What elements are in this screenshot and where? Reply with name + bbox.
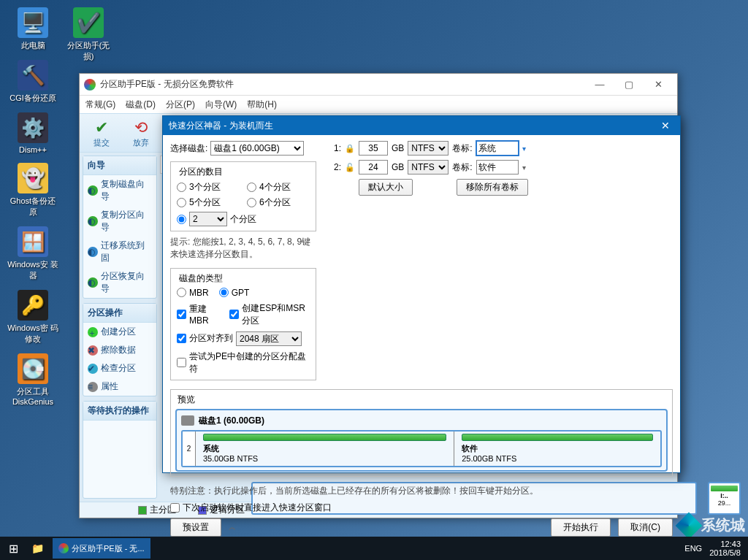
radio-6-partitions[interactable]: 6个分区 [247, 196, 310, 209]
align-select[interactable]: 2048 扇区 [236, 331, 302, 346]
menu-partition[interactable]: 分区(P) [166, 99, 195, 111]
sidebar: 向导 ◐复制磁盘向导 ◐复制分区向导 ◐迁移系统到固 ◐分区恢复向导 分区操作 … [80, 153, 160, 502]
fs-select-2[interactable]: NTFS [408, 160, 449, 174]
radio-gpt[interactable]: GPT [219, 288, 250, 298]
radio-5-partitions[interactable]: 5个分区 [177, 196, 240, 209]
desktop-icon-partition-assistant[interactable]: ✔️分区助手(无 损) [63, 7, 114, 62]
taskbar-app-icon [58, 543, 69, 553]
default-size-button[interactable]: 默认大小 [359, 179, 413, 196]
radio-3-partitions[interactable]: 3个分区 [177, 181, 240, 193]
titlebar[interactable]: 分区助手PE版 - 无损分区免费软件 — ▢ ✕ [80, 74, 677, 96]
dropdown-icon[interactable]: ▾ [522, 145, 526, 153]
watermark: 系统城 [679, 515, 745, 535]
taskbar: ⊞ 📁 分区助手PE版 - 无... ENG 12:43 2018/5/8 [0, 537, 748, 560]
taskbar-explorer-icon[interactable]: 📁 [26, 542, 48, 554]
check-align[interactable]: 分区对齐到 [177, 332, 233, 345]
partition-count-group: 分区的数目 3个分区 4个分区 5个分区 6个分区 2 个分区 [170, 161, 316, 231]
app-icon [84, 79, 96, 91]
warning-text: 特别注意：执行此操作后，当前所选磁盘上已经存在的所有分区将被删除！按回车键开始分… [170, 484, 673, 497]
size-input-1[interactable] [359, 141, 388, 156]
preset-button[interactable]: 预设置 [170, 518, 221, 537]
remove-labels-button[interactable]: 移除所有卷标 [457, 179, 528, 196]
close-button[interactable]: ✕ [644, 74, 673, 95]
preview-partition-2[interactable]: 软件 25.00GB NTFS [454, 431, 660, 466]
dialog-titlebar[interactable]: 快速分区神器 - 为装机而生 ✕ [163, 116, 680, 135]
start-button[interactable]: 开始执行 [551, 518, 611, 537]
menu-general[interactable]: 常规(G) [85, 99, 115, 111]
size-input-2[interactable] [359, 160, 388, 174]
radio-4-partitions[interactable]: 4个分区 [247, 181, 310, 193]
menu-help[interactable]: 帮助(H) [247, 99, 277, 111]
desktop-icon-dism[interactable]: ⚙️Dism++ [7, 112, 58, 154]
dialog-close-button[interactable]: ✕ [657, 120, 674, 131]
desktop-icon-win-password[interactable]: 🔑Windows密 码修改 [7, 290, 58, 345]
lock-icon[interactable]: 🔒 [345, 144, 355, 153]
wizard-recover-partition[interactable]: ◐分区恢复向导 [83, 267, 156, 298]
op-create[interactable]: ＋创建分区 [83, 323, 156, 341]
desktop-icon-ghost[interactable]: 👻Ghost备份还 原 [7, 163, 58, 218]
wizard-copy-partition[interactable]: ◐复制分区向导 [83, 206, 156, 237]
check-assign-pe[interactable]: 尝试为PE中创建的分区分配盘符 [177, 350, 310, 375]
panel-operations: 分区操作 ＋创建分区 ✖擦除数据 ✔检查分区 ≡属性 [83, 303, 157, 396]
window-title: 分区助手PE版 - 无损分区免费软件 [100, 78, 234, 91]
lock-icon[interactable]: 🔓 [345, 163, 355, 172]
esp-slot: 2 [183, 431, 196, 466]
wizard-migrate-os[interactable]: ◐迁移系统到固 [83, 237, 156, 267]
wizard-copy-disk[interactable]: ◐复制磁盘向导 [83, 175, 156, 206]
custom-count-select[interactable]: 2 [189, 212, 227, 226]
hint-text: 提示: 您能按1, 2, 3, 4, 5, 6, 7, 8, 9键来快速选择分区… [170, 236, 316, 261]
system-tray: ENG 12:43 2018/5/8 [677, 540, 748, 557]
desktop-icon-cgi-backup[interactable]: 🔨CGI备份还原 [7, 60, 58, 104]
small-disk-i[interactable]: I:.. 29... [708, 482, 741, 515]
check-next-launch[interactable]: 下次启动软件时直接进入快速分区窗口 [170, 502, 673, 514]
tray-time[interactable]: 12:43 [709, 540, 741, 548]
menu-bar: 常规(G) 磁盘(D) 分区(P) 向导(W) 帮助(H) [80, 96, 677, 113]
check-rebuild-mbr[interactable]: 重建MBR [177, 303, 219, 326]
op-wipe[interactable]: ✖擦除数据 [83, 341, 156, 359]
minimize-button[interactable]: — [585, 74, 614, 95]
partition-row-2: 2: 🔓 GB NTFS 卷标: ▾ [331, 160, 673, 174]
panel-pending: 等待执行的操作 [83, 401, 157, 499]
panel-wizard: 向导 ◐复制磁盘向导 ◐复制分区向导 ◐迁移系统到固 ◐分区恢复向导 [83, 156, 157, 299]
volume-input-2[interactable] [476, 160, 519, 174]
volume-input-1[interactable] [476, 141, 519, 156]
op-check[interactable]: ✔检查分区 [83, 359, 156, 377]
chevron-icon: ︽ [229, 522, 236, 532]
tray-lang[interactable]: ENG [684, 544, 702, 553]
tray-date[interactable]: 2018/5/8 [709, 548, 741, 557]
menu-wizard[interactable]: 向导(W) [205, 99, 237, 111]
radio-custom-count[interactable] [177, 215, 186, 224]
disk-icon [181, 415, 194, 426]
fs-select-1[interactable]: NTFS [408, 141, 449, 156]
partition-row-1: 1: 🔒 GB NTFS 卷标: ▾ [331, 141, 673, 156]
maximize-button[interactable]: ▢ [614, 74, 644, 95]
start-button[interactable]: ⊞ [0, 542, 26, 556]
taskbar-app-button[interactable]: 分区助手PE版 - 无... [53, 538, 150, 559]
disk-select[interactable]: 磁盘1 (60.00GB) [210, 141, 304, 156]
desktop-icon-win-installer[interactable]: 🪟Windows安 装器 [7, 226, 58, 281]
dropdown-icon[interactable]: ▾ [522, 164, 526, 172]
desktop-icons-column: 🖥️此电脑 🔨CGI备份还原 ⚙️Dism++ 👻Ghost备份还 原 🪟Win… [7, 7, 58, 415]
preview-group: 预览 磁盘1 (60.00GB) 2 系统 35.00GB NTFS 软件 25… [170, 389, 673, 477]
toolbar-discard[interactable]: ⟲放弃 [123, 118, 159, 148]
radio-mbr[interactable]: MBR [177, 288, 209, 298]
preview-partition-1[interactable]: 系统 35.00GB NTFS [196, 431, 454, 466]
toolbar-commit[interactable]: ✔提交 [84, 118, 119, 148]
check-create-esp[interactable]: 创建ESP和MSR分区 [229, 302, 310, 327]
quick-partition-dialog: 快速分区神器 - 为装机而生 ✕ 选择磁盘: 磁盘1 (60.00GB) 分区的… [162, 115, 681, 473]
desktop-icon-diskgenius[interactable]: 💽分区工具 DiskGenius [7, 353, 58, 406]
cancel-button[interactable]: 取消(C) [618, 518, 673, 537]
disk-type-group: 磁盘的类型 MBR GPT 重建MBR 创建ESP和MSR分区 分区对齐到 20… [170, 268, 316, 380]
menu-disk[interactable]: 磁盘(D) [126, 99, 156, 111]
op-properties[interactable]: ≡属性 [83, 377, 156, 396]
desktop-icon-this-pc[interactable]: 🖥️此电脑 [7, 7, 58, 51]
